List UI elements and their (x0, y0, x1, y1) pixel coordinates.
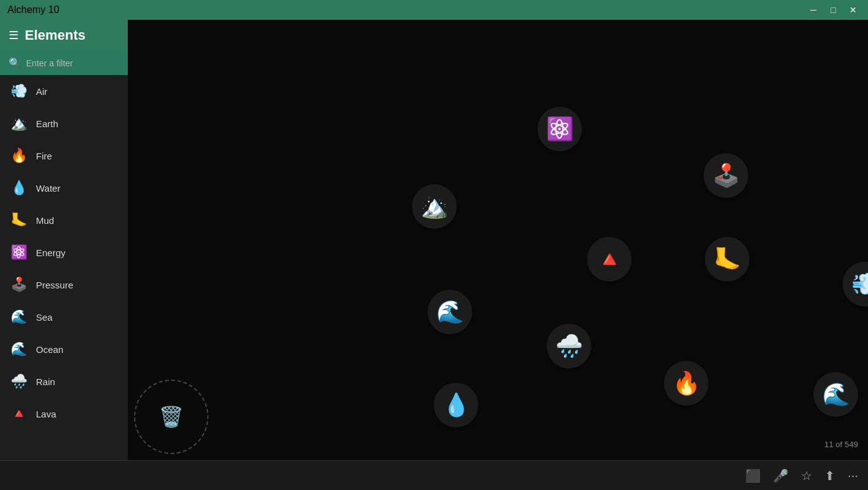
fire-icon: 🔥 (9, 146, 29, 166)
sidebar-item-label-pressure: Pressure (36, 280, 73, 290)
sidebar-item-earth[interactable]: 🏔️Earth (0, 107, 128, 140)
sidebar-item-label-sea: Sea (36, 312, 53, 323)
hamburger-icon[interactable]: ☰ (9, 29, 19, 42)
count-label: 11 of 549 (825, 440, 858, 449)
lava-icon: 🔺 (9, 404, 29, 424)
sidebar-item-label-rain: Rain (36, 376, 55, 387)
sidebar-item-mud[interactable]: 🦶Mud (0, 204, 128, 236)
trash-icon: 🗑️ (159, 405, 184, 429)
maximize-button[interactable]: □ (826, 2, 841, 17)
canvas-element-cloud[interactable]: 🌧️ (547, 324, 591, 368)
canvas-element-mountain[interactable]: 🏔️ (412, 184, 457, 229)
search-icon: 🔍 (9, 57, 21, 69)
trash-circle: 🗑️ (134, 380, 208, 454)
canvas-element-ocean2[interactable]: 🌊 (813, 372, 858, 417)
favorite-icon[interactable]: ☆ (801, 468, 812, 483)
sidebar-item-label-water: Water (36, 183, 60, 194)
trash-zone[interactable]: 🗑️ (134, 380, 208, 454)
screenshot-icon[interactable]: ⬛ (745, 468, 761, 483)
sidebar: ☰ Elements 🔍 💨Air🏔️Earth🔥Fire💧Water🦶Mud⚛… (0, 20, 128, 460)
canvas-element-drop[interactable]: 💧 (434, 383, 478, 427)
titlebar-controls: ─ □ ✕ (806, 2, 861, 17)
sidebar-item-ocean[interactable]: 🌊Ocean (0, 333, 128, 365)
sidebar-item-energy[interactable]: ⚛️Energy (0, 236, 128, 269)
sidebar-item-label-mud: Mud (36, 215, 54, 226)
sidebar-item-fire[interactable]: 🔥Fire (0, 140, 128, 172)
sidebar-item-label-energy: Energy (36, 247, 66, 258)
rain-icon: 🌧️ (9, 372, 29, 391)
sidebar-item-air[interactable]: 💨Air (0, 75, 128, 107)
sidebar-item-label-earth: Earth (36, 118, 58, 129)
close-button[interactable]: ✕ (846, 2, 861, 17)
sidebar-item-label-fire: Fire (36, 151, 52, 161)
search-input[interactable] (26, 58, 119, 68)
titlebar: Alchemy 10 ─ □ ✕ (0, 0, 868, 20)
energy-icon: ⚛️ (9, 243, 29, 262)
air-icon: 💨 (9, 81, 29, 101)
sidebar-item-lava[interactable]: 🔺Lava (0, 398, 128, 430)
sidebar-header: ☰ Elements (0, 20, 128, 51)
taskbar: ⬛ 🎤 ☆ ⬆ ··· (0, 460, 868, 490)
canvas-element-gauge[interactable]: 🕹️ (704, 153, 748, 198)
canvas-element-waves[interactable]: 🌊 (427, 290, 472, 334)
sidebar-item-pressure[interactable]: 🕹️Pressure (0, 269, 128, 301)
sidebar-item-label-ocean: Ocean (36, 344, 63, 355)
pressure-icon: 🕹️ (9, 275, 29, 295)
sidebar-item-sea[interactable]: 🌊Sea (0, 301, 128, 333)
sidebar-item-label-air: Air (36, 86, 47, 97)
water-icon: 💧 (9, 178, 29, 198)
mud-icon: 🦶 (9, 210, 29, 230)
canvas-element-volcano[interactable]: 🔺 (587, 237, 632, 282)
canvas-element-flame[interactable]: 🔥 (664, 361, 709, 406)
canvas-element-wind[interactable]: 💨 (843, 262, 868, 306)
sidebar-item-label-lava: Lava (36, 409, 56, 419)
earth-icon: 🏔️ (9, 114, 29, 133)
share-icon[interactable]: ⬆ (825, 468, 835, 483)
canvas-area[interactable]: 🗑️ 11 of 549 ⚛️🕹️🏔️🔺🦶💨🌊🌧️🔥💧🌊 (128, 20, 868, 460)
search-box: 🔍 (0, 51, 128, 75)
minimize-button[interactable]: ─ (806, 2, 821, 17)
sidebar-title: Elements (25, 27, 86, 43)
canvas-element-atom[interactable]: ⚛️ (537, 107, 582, 151)
titlebar-title: Alchemy 10 (7, 4, 60, 16)
elements-list: 💨Air🏔️Earth🔥Fire💧Water🦶Mud⚛️Energy🕹️Pres… (0, 75, 128, 460)
canvas-element-footprint[interactable]: 🦶 (705, 237, 749, 282)
sidebar-item-rain[interactable]: 🌧️Rain (0, 365, 128, 398)
ocean-icon: 🌊 (9, 339, 29, 359)
sea-icon: 🌊 (9, 307, 29, 327)
microphone-icon[interactable]: 🎤 (773, 468, 789, 483)
sidebar-item-water[interactable]: 💧Water (0, 172, 128, 204)
more-icon[interactable]: ··· (848, 468, 858, 483)
main-layout: ☰ Elements 🔍 💨Air🏔️Earth🔥Fire💧Water🦶Mud⚛… (0, 20, 868, 460)
